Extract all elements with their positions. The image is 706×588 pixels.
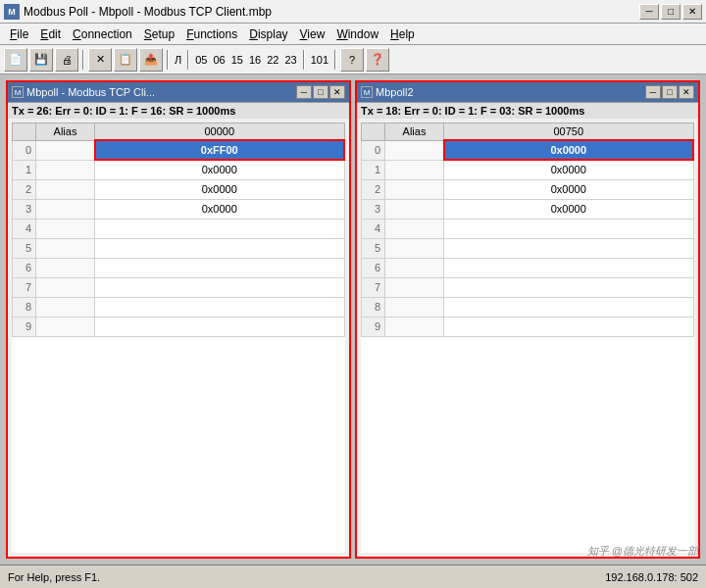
toolbar-pi-symbol: Л: [173, 54, 183, 66]
menu-help[interactable]: Help: [384, 25, 421, 43]
alias-cell: [385, 140, 444, 160]
value-cell[interactable]: 0x0000: [95, 160, 345, 179]
toolbar-sep4: [303, 50, 305, 70]
toolbar-sep5: [334, 50, 336, 70]
value-cell[interactable]: [95, 219, 345, 238]
minimize-button[interactable]: ─: [639, 4, 659, 20]
child-1-minimize[interactable]: ─: [296, 85, 312, 99]
toolbar-sep2: [167, 50, 169, 70]
child-2-close[interactable]: ✕: [679, 85, 694, 99]
menu-window[interactable]: Window: [330, 25, 384, 43]
value-cell[interactable]: [444, 317, 694, 336]
alias-cell: [36, 297, 95, 317]
table-row: 30x0000: [13, 199, 345, 219]
watermark: 知乎 @德光特研发一部: [587, 544, 698, 559]
row-num-cell: 9: [362, 317, 385, 336]
table-row: 7: [13, 277, 345, 297]
row-num-cell: 6: [13, 258, 36, 277]
menu-connection[interactable]: Connection: [67, 25, 138, 43]
child-2-maximize[interactable]: □: [662, 85, 678, 99]
toolbar-new[interactable]: 📄: [4, 48, 27, 72]
table-row: 30x0000: [362, 199, 694, 219]
alias-cell: [36, 140, 95, 160]
value-cell[interactable]: [444, 238, 694, 258]
toolbar-05[interactable]: 05: [193, 54, 209, 66]
row-num-cell: 4: [13, 219, 36, 238]
value-cell[interactable]: 0x0000: [444, 179, 694, 199]
row-num-cell: 0: [362, 140, 385, 160]
table-row: 5: [13, 238, 345, 258]
toolbar-23[interactable]: 23: [282, 54, 298, 66]
child-2-title-bar: M Mbpoll2 ─ □ ✕: [357, 82, 698, 102]
title-bar: M Modbus Poll - Mbpoll - Modbus TCP Clie…: [0, 0, 706, 24]
value-cell[interactable]: 0x0000: [95, 199, 345, 219]
menu-display[interactable]: Display: [243, 25, 293, 43]
toolbar: 📄 💾 🖨 ✕ 📋 📤 Л 05 06 15 16 22 23 101 ? ❓: [0, 45, 706, 74]
alias-cell: [385, 277, 444, 297]
child-2-minimize[interactable]: ─: [645, 85, 661, 99]
child-1-table-container: Alias 00000 00xFF0010x000020x000030x0000…: [12, 122, 345, 553]
value-cell[interactable]: [444, 297, 694, 317]
row-num-cell: 1: [13, 160, 36, 179]
toolbar-16[interactable]: 16: [247, 54, 263, 66]
menu-file[interactable]: File: [4, 25, 34, 43]
toolbar-copy[interactable]: 📋: [114, 48, 137, 72]
value-cell[interactable]: [444, 219, 694, 238]
toolbar-help[interactable]: ?: [340, 48, 364, 72]
value-cell[interactable]: [95, 238, 345, 258]
alias-cell: [36, 179, 95, 199]
toolbar-06[interactable]: 06: [211, 54, 227, 66]
col-empty-1: [13, 123, 36, 141]
value-cell[interactable]: [444, 277, 694, 297]
close-button[interactable]: ✕: [682, 4, 702, 20]
child-window-1: M Mbpoll - Modbus TCP Cli... ─ □ ✕ Tx = …: [6, 80, 351, 559]
menu-functions[interactable]: Functions: [180, 25, 243, 43]
value-cell[interactable]: [95, 277, 345, 297]
value-cell[interactable]: 0x0000: [444, 140, 694, 160]
alias-cell: [385, 199, 444, 219]
value-cell[interactable]: 0x0000: [95, 179, 345, 199]
main-area: M Mbpoll - Modbus TCP Cli... ─ □ ✕ Tx = …: [0, 74, 706, 564]
toolbar-sep1: [82, 50, 84, 70]
alias-cell: [36, 219, 95, 238]
toolbar-export[interactable]: 📤: [139, 48, 163, 72]
menu-view[interactable]: View: [294, 25, 331, 43]
table-row: 8: [13, 297, 345, 317]
child-2-controls: ─ □ ✕: [645, 85, 694, 99]
table-row: 9: [13, 317, 345, 336]
child-2-status: Tx = 18: Err = 0: ID = 1: F = 03: SR = 1…: [357, 102, 698, 119]
table-row: 8: [362, 297, 694, 317]
toolbar-print[interactable]: 🖨: [55, 48, 78, 72]
row-num-cell: 8: [13, 297, 36, 317]
toolbar-delete[interactable]: ✕: [88, 48, 112, 72]
alias-cell: [36, 317, 95, 336]
value-cell[interactable]: 0x0000: [444, 160, 694, 179]
alias-cell: [36, 277, 95, 297]
menu-edit[interactable]: Edit: [34, 25, 67, 43]
value-cell[interactable]: [95, 297, 345, 317]
alias-cell: [385, 258, 444, 277]
title-bar-controls: ─ □ ✕: [639, 4, 702, 20]
child-1-close[interactable]: ✕: [329, 85, 345, 99]
maximize-button[interactable]: □: [661, 4, 681, 20]
toolbar-15[interactable]: 15: [229, 54, 245, 66]
value-cell[interactable]: [444, 258, 694, 277]
toolbar-about[interactable]: ❓: [366, 48, 389, 72]
col-empty-2: [362, 123, 385, 141]
value-cell[interactable]: 0xFF00: [95, 140, 345, 160]
alias-cell: [36, 199, 95, 219]
menu-setup[interactable]: Setup: [138, 25, 180, 43]
toolbar-22[interactable]: 22: [265, 54, 280, 66]
value-cell[interactable]: [95, 317, 345, 336]
row-num-cell: 0: [13, 140, 36, 160]
child-window-2: M Mbpoll2 ─ □ ✕ Tx = 18: Err = 0: ID = 1…: [355, 80, 700, 559]
table-row: 4: [13, 219, 345, 238]
table-row: 00x0000: [362, 140, 694, 160]
toolbar-101[interactable]: 101: [309, 54, 330, 66]
child-1-maximize[interactable]: □: [313, 85, 328, 99]
value-cell[interactable]: [95, 258, 345, 277]
toolbar-save[interactable]: 💾: [29, 48, 53, 72]
value-cell[interactable]: 0x0000: [444, 199, 694, 219]
child-2-table-container: Alias 00750 00x000010x000020x000030x0000…: [361, 122, 694, 553]
child-1-title: Mbpoll - Modbus TCP Cli...: [26, 86, 155, 98]
